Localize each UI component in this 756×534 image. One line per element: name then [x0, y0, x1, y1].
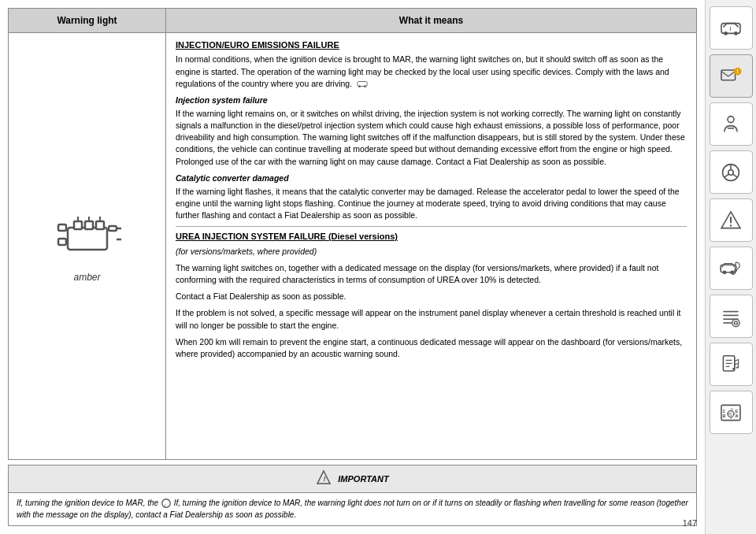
sidebar-item-hazard[interactable]	[710, 198, 753, 242]
col-header-warning-light: Warning light	[9, 9, 166, 32]
section1-body: In normal conditions, when the ignition …	[176, 54, 687, 90]
section2-body1: The warning light switches on, together …	[176, 262, 687, 286]
table-body: amber INJECTION/EURO EMISSIONS FAILURE I…	[9, 33, 696, 459]
table-header: Warning light What it means	[9, 9, 696, 33]
map-letters-icon: Z B E A S N W E S D	[718, 400, 743, 425]
settings-list-icon	[718, 304, 743, 329]
main-content: Warning light What it means	[0, 0, 705, 534]
important-icon: !	[316, 469, 332, 488]
svg-point-35	[730, 224, 732, 226]
svg-rect-23	[721, 70, 736, 80]
important-body: If, turning the ignition device to MAR, …	[9, 493, 696, 525]
sidebar-item-media[interactable]	[710, 343, 753, 386]
sidebar-item-person-repair[interactable]	[710, 102, 753, 146]
section2-subtitle: (for versions/markets, where provided)	[176, 246, 687, 258]
page-number: 147	[683, 518, 697, 528]
svg-text:S: S	[730, 416, 732, 420]
important-header: ! IMPORTANT	[9, 465, 696, 493]
svg-point-43	[732, 319, 740, 327]
sidebar-item-steering-wheel[interactable]	[710, 150, 753, 194]
warning-icon-container: amber	[52, 210, 123, 283]
svg-rect-0	[68, 228, 107, 250]
media-note-icon	[718, 352, 743, 377]
svg-text:!: !	[324, 475, 326, 483]
subsection1-title: Injection system failure	[176, 95, 687, 106]
section2-body2: Contact a Fiat Dealership as soon as pos…	[176, 291, 687, 302]
sidebar-item-warning-envelope[interactable]: !	[710, 54, 753, 98]
subsection1-body: If the warning light remains on, or it s…	[176, 108, 687, 168]
subsection2-body: If the warning light flashes, it means t…	[176, 186, 687, 222]
important-label: IMPORTANT	[338, 474, 388, 484]
svg-point-29	[728, 169, 733, 174]
car-service-icon	[718, 256, 743, 281]
svg-text:i: i	[729, 26, 731, 32]
svg-line-32	[733, 174, 738, 177]
steering-wheel-icon	[718, 160, 743, 185]
sidebar-item-car-info[interactable]: i	[710, 6, 753, 50]
section2-title: UREA INJECTION SYSTEM FAILURE (Diesel ve…	[176, 231, 687, 243]
svg-point-14	[364, 85, 366, 87]
warning-light-table: Warning light What it means	[8, 8, 697, 460]
inline-car-icon	[357, 79, 368, 90]
sidebar-item-map[interactable]: Z B E A S N W E S D	[710, 391, 753, 434]
svg-text:!: !	[737, 69, 739, 74]
engine-warning-icon	[52, 210, 123, 265]
right-sidebar: i !	[705, 0, 756, 534]
svg-line-31	[724, 174, 728, 177]
col-header-what-it-means: What it means	[166, 9, 696, 32]
svg-rect-3	[109, 226, 117, 231]
svg-text:B: B	[723, 413, 726, 418]
section2-body3: If the problem is not solved, a specific…	[176, 307, 687, 331]
warning-envelope-icon: !	[718, 64, 743, 89]
important-text: If, turning the ignition device to MAR, …	[17, 499, 688, 519]
svg-text:N: N	[731, 406, 733, 410]
svg-point-21	[734, 32, 738, 35]
person-repair-icon	[718, 112, 743, 137]
svg-rect-6	[74, 221, 82, 229]
svg-point-26	[728, 116, 734, 122]
car-info-icon: i	[718, 16, 743, 41]
svg-rect-2	[58, 239, 66, 245]
sidebar-item-settings[interactable]	[710, 295, 753, 338]
svg-point-52	[736, 366, 739, 368]
svg-text:i: i	[164, 502, 165, 507]
sidebar-item-car-service[interactable]	[710, 247, 753, 290]
svg-point-13	[358, 85, 361, 87]
what-it-means-cell: INJECTION/EURO EMISSIONS FAILURE In norm…	[166, 33, 696, 459]
section2-body4: When 200 km will remain to prevent the e…	[176, 336, 687, 360]
amber-label: amber	[73, 272, 100, 283]
section-divider	[176, 226, 687, 227]
svg-rect-1	[58, 224, 66, 231]
svg-text:Z: Z	[723, 409, 726, 413]
svg-point-37	[723, 270, 727, 274]
svg-point-20	[724, 32, 728, 35]
svg-point-50	[732, 368, 735, 369]
svg-point-17	[162, 499, 171, 508]
svg-text:E: E	[736, 409, 739, 413]
svg-rect-8	[96, 221, 104, 229]
subsection2-title: Catalytic converter damaged	[176, 172, 687, 184]
hazard-triangle-icon	[718, 208, 743, 233]
important-section: ! IMPORTANT If, turning the ignition dev…	[8, 465, 697, 526]
svg-text:D: D	[736, 414, 738, 418]
warning-light-cell: amber	[9, 33, 166, 459]
section1-title: INJECTION/EURO EMISSIONS FAILURE	[176, 39, 687, 51]
svg-rect-7	[85, 221, 93, 229]
